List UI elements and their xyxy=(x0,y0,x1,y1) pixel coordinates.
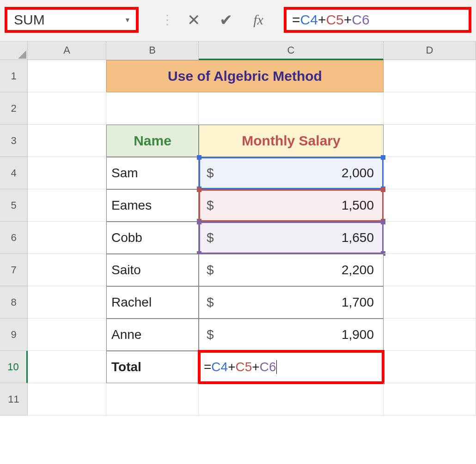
col-header-D[interactable]: D xyxy=(384,42,476,60)
cell-C7[interactable]: $ 2,200 xyxy=(199,254,384,286)
row-header-5[interactable]: 5 xyxy=(0,189,28,222)
cell-B8[interactable]: Rachel xyxy=(106,286,199,319)
text-cursor xyxy=(276,360,277,374)
col-header-A[interactable]: A xyxy=(28,42,106,60)
row-header-2[interactable]: 2 xyxy=(0,92,28,125)
name-box-highlight: ▼ xyxy=(5,7,139,33)
col-header-B[interactable]: B xyxy=(106,42,199,60)
cell-A7[interactable] xyxy=(28,254,106,286)
select-all-corner[interactable] xyxy=(0,42,28,60)
salary-value: 1,650 xyxy=(342,230,378,245)
cell-B6[interactable]: Cobb xyxy=(106,222,199,254)
salary-value: 2,200 xyxy=(342,263,378,277)
cell-A4[interactable] xyxy=(28,157,106,189)
row-header-6[interactable]: 6 xyxy=(0,222,28,254)
cell-B9[interactable]: Anne xyxy=(106,319,199,351)
cell-C10-active[interactable]: =C4+C5+C6 xyxy=(199,351,384,383)
salary-value: 2,000 xyxy=(342,166,378,181)
cell-A9[interactable] xyxy=(28,319,106,351)
row-header-4[interactable]: 4 xyxy=(0,157,28,189)
cell-D6[interactable] xyxy=(384,222,476,254)
cell-D2[interactable] xyxy=(384,92,476,125)
cell-A1[interactable] xyxy=(28,60,106,92)
cell-B5[interactable]: Eames xyxy=(106,189,199,222)
cell-B7[interactable]: Saito xyxy=(106,254,199,286)
enter-button[interactable]: ✔ xyxy=(210,11,242,29)
cell-A5[interactable] xyxy=(28,189,106,222)
currency-symbol: $ xyxy=(204,198,214,213)
name-box[interactable] xyxy=(7,12,119,28)
cell-D5[interactable] xyxy=(384,189,476,222)
row-header-10[interactable]: 10 xyxy=(0,351,28,383)
row-header-11[interactable]: 11 xyxy=(0,383,28,416)
currency-symbol: $ xyxy=(204,230,214,245)
cell-D11[interactable] xyxy=(384,383,476,416)
cell-A11[interactable] xyxy=(28,383,106,416)
insert-function-button[interactable]: fx xyxy=(242,12,275,28)
cell-C9[interactable]: $ 1,900 xyxy=(199,319,384,351)
cell-C4[interactable]: $ 2,000 xyxy=(199,157,384,189)
row-header-1[interactable]: 1 xyxy=(0,60,28,92)
header-salary[interactable]: Monthly Salary xyxy=(199,125,384,157)
cancel-button[interactable]: ✕ xyxy=(177,11,210,29)
row-header-8[interactable]: 8 xyxy=(0,286,28,319)
cell-D7[interactable] xyxy=(384,254,476,286)
cell-A3[interactable] xyxy=(28,125,106,157)
cell-C11[interactable] xyxy=(199,383,384,416)
cell-B4[interactable]: Sam xyxy=(106,157,199,189)
salary-value: 1,700 xyxy=(342,295,378,310)
row-header-3[interactable]: 3 xyxy=(0,125,28,157)
salary-value: 1,500 xyxy=(342,198,378,213)
row-header-7[interactable]: 7 xyxy=(0,254,28,286)
cell-C8[interactable]: $ 1,700 xyxy=(199,286,384,319)
formula-input[interactable]: =C4+C5+C6 xyxy=(292,12,370,28)
cell-A6[interactable] xyxy=(28,222,106,254)
header-name[interactable]: Name xyxy=(106,125,199,157)
formula-bar: ▼ ⋮ ✕ ✔ fx =C4+C5+C6 xyxy=(0,0,476,42)
title-cell[interactable]: Use of Algebric Method xyxy=(106,60,384,92)
cell-D9[interactable] xyxy=(384,319,476,351)
cell-B10-total[interactable]: Total xyxy=(106,351,199,383)
cell-D8[interactable] xyxy=(384,286,476,319)
chevron-down-icon[interactable]: ▼ xyxy=(119,16,136,24)
cell-B11[interactable] xyxy=(106,383,199,416)
cell-D1[interactable] xyxy=(384,60,476,92)
formula-input-highlight: =C4+C5+C6 xyxy=(284,7,471,33)
spreadsheet-grid: A B C D 1 Use of Algebric Method 2 3 Nam… xyxy=(0,42,476,416)
row-header-9[interactable]: 9 xyxy=(0,319,28,351)
cell-D4[interactable] xyxy=(384,157,476,189)
cell-A2[interactable] xyxy=(28,92,106,125)
cell-C2[interactable] xyxy=(199,92,384,125)
salary-value: 1,900 xyxy=(342,327,378,342)
currency-symbol: $ xyxy=(204,263,214,277)
col-header-C[interactable]: C xyxy=(199,42,384,60)
currency-symbol: $ xyxy=(204,166,214,181)
cell-D10[interactable] xyxy=(384,351,476,383)
cell-D3[interactable] xyxy=(384,125,476,157)
cell-A10[interactable] xyxy=(28,351,106,383)
cell-C6[interactable]: $ 1,650 xyxy=(199,222,384,254)
cell-C5[interactable]: $ 1,500 xyxy=(199,189,384,222)
cell-B2[interactable] xyxy=(106,92,199,125)
currency-symbol: $ xyxy=(204,327,214,342)
currency-symbol: $ xyxy=(204,295,214,310)
cell-A8[interactable] xyxy=(28,286,106,319)
divider: ⋮ xyxy=(157,12,177,27)
